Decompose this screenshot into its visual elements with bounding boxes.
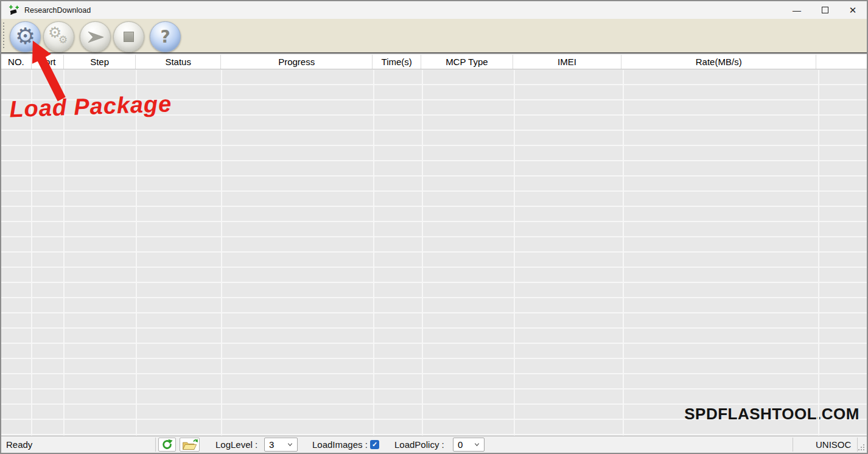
window-title: ResearchDownload <box>24 6 91 15</box>
stop-icon <box>124 32 134 42</box>
loglevel-label: LogLevel : <box>215 436 257 453</box>
loadimages-checkbox[interactable] <box>370 440 379 449</box>
titlebar: ResearchDownload — ✕ <box>1 1 867 19</box>
stop-button[interactable] <box>113 21 144 52</box>
toolbar-gripper[interactable] <box>3 23 4 49</box>
column-header-progress: Progress <box>221 55 373 69</box>
toolbar: ⚙ ⚙ ⚙ ? <box>1 19 867 54</box>
column-gridline <box>31 70 32 436</box>
gear-icon: ⚙ <box>15 25 35 47</box>
statusbar-separator <box>155 438 156 452</box>
question-icon: ? <box>160 29 170 46</box>
maximize-icon <box>822 7 828 13</box>
loglevel-select[interactable]: 3 <box>264 438 298 452</box>
refresh-icon <box>161 439 173 450</box>
app-icon <box>9 5 19 16</box>
loadpolicy-value: 0 <box>458 439 463 450</box>
column-header-status: Status <box>136 55 221 69</box>
open-folder-icon <box>182 438 198 451</box>
column-gridline <box>818 70 819 436</box>
brand-text: UNISOC <box>816 436 851 453</box>
table-body: SPDFLASHTOOL.COM <box>1 70 867 436</box>
statusbar-separator <box>793 438 793 452</box>
minimize-button[interactable]: — <box>783 1 811 19</box>
double-gear-icon: ⚙ ⚙ <box>44 22 74 52</box>
chevron-down-icon <box>474 442 480 447</box>
start-button[interactable] <box>80 21 111 52</box>
maximize-button[interactable] <box>811 1 839 19</box>
open-folder-button[interactable] <box>180 438 200 452</box>
column-header-time-s-: Time(s) <box>373 55 421 69</box>
close-button[interactable]: ✕ <box>839 1 867 19</box>
loglevel-value: 3 <box>269 439 274 450</box>
researchdownload-window: ResearchDownload — ✕ ⚙ ⚙ ⚙ <box>0 0 868 454</box>
status-text: Ready <box>6 436 32 453</box>
loadpolicy-select[interactable]: 0 <box>453 438 485 452</box>
loadimages-label: LoadImages : <box>312 436 368 453</box>
resize-grip[interactable] <box>858 444 865 451</box>
statusbar: Ready LogLevel : 3 LoadImages : <box>1 436 867 453</box>
column-gridline <box>373 70 374 436</box>
watermark: SPDFLASHTOOL.COM <box>684 405 859 424</box>
column-gridline <box>422 70 423 436</box>
column-header-step: Step <box>64 55 136 69</box>
chevron-down-icon <box>287 442 293 447</box>
column-gridline <box>514 70 515 436</box>
play-icon <box>86 30 105 44</box>
column-gridline <box>221 70 222 436</box>
help-button[interactable]: ? <box>150 21 181 52</box>
load-packet-button[interactable]: ⚙ <box>10 21 41 52</box>
minimize-icon: — <box>793 5 801 15</box>
column-gridline <box>623 70 624 436</box>
column-header-imei: IMEI <box>513 55 622 69</box>
table-header: NO.PortStepStatusProgressTime(s)MCP Type… <box>1 55 867 69</box>
refresh-button[interactable] <box>158 438 176 452</box>
settings-button[interactable]: ⚙ ⚙ <box>43 21 74 52</box>
column-gridline <box>136 70 137 436</box>
column-header-port: Port <box>32 55 64 69</box>
column-gridline <box>63 70 65 436</box>
column-header-rate-mb-s-: Rate(MB/s) <box>621 55 816 69</box>
close-icon: ✕ <box>849 5 857 16</box>
window-controls: — ✕ <box>783 1 867 19</box>
column-header-mcp-type: MCP Type <box>421 55 513 69</box>
loadpolicy-label: LoadPolicy : <box>394 436 444 453</box>
column-header-no-: NO. <box>1 55 32 69</box>
column-header-spacer <box>816 55 867 69</box>
